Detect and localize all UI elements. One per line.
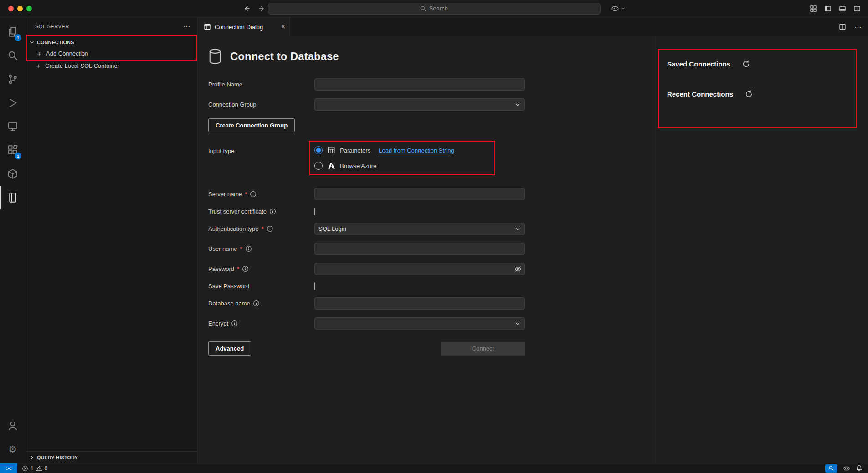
copilot-menu-button[interactable] — [611, 5, 626, 13]
connection-dialog-view: Connect to Database Profile Name Connect… — [197, 36, 868, 463]
refresh-icon[interactable] — [745, 90, 753, 98]
browse-azure-radio[interactable] — [314, 162, 323, 170]
info-icon[interactable] — [231, 320, 238, 327]
add-connection-item[interactable]: + Add Connection — [27, 48, 196, 59]
required-marker: * — [245, 191, 247, 198]
browse-azure-option-label[interactable]: Browse Azure — [340, 163, 376, 169]
query-history-section-header[interactable]: QUERY HISTORY — [26, 451, 197, 463]
chevron-down-icon — [514, 102, 521, 108]
vscode-window: Search 1 — [0, 0, 868, 473]
settings-button[interactable]: ⚙ — [0, 437, 26, 461]
parameters-icon — [327, 146, 335, 154]
connect-button[interactable]: Connect — [441, 342, 525, 356]
run-debug-icon — [7, 97, 18, 108]
titlebar: Search — [0, 0, 868, 17]
search-placeholder: Search — [429, 5, 448, 12]
profile-name-input[interactable] — [314, 78, 525, 91]
toggle-secondary-sidebar-icon[interactable] — [853, 5, 861, 12]
zoom-status-button[interactable] — [825, 464, 837, 473]
plus-icon: + — [35, 62, 41, 70]
info-icon[interactable] — [242, 265, 249, 272]
parameters-option-label[interactable]: Parameters — [340, 147, 370, 154]
recent-connections-title: Recent Connections — [667, 90, 733, 98]
saved-connections-row: Saved Connections — [667, 58, 847, 69]
info-icon[interactable] — [267, 225, 273, 232]
tab-connection-dialog[interactable]: Connection Dialog × — [197, 17, 290, 36]
parameters-radio[interactable] — [314, 146, 323, 154]
status-bar: >< 1 0 — [0, 463, 868, 473]
accounts-button[interactable] — [0, 414, 26, 437]
create-local-sql-container-label: Create Local SQL Container — [45, 62, 119, 69]
create-local-sql-container-item[interactable]: + Create Local SQL Container — [26, 60, 197, 71]
browse-azure-option-row: Browse Azure — [314, 162, 490, 170]
encrypt-select[interactable] — [314, 317, 525, 330]
activity-sql-server-button[interactable] — [0, 186, 26, 209]
password-input[interactable] — [314, 263, 525, 275]
connection-group-select[interactable] — [314, 98, 525, 111]
trust-server-certificate-checkbox[interactable] — [314, 208, 315, 215]
activity-extensions-button[interactable]: 1 — [0, 138, 26, 162]
error-count: 1 — [31, 465, 34, 472]
refresh-icon[interactable] — [742, 60, 750, 68]
toggle-sidebar-icon[interactable] — [824, 5, 832, 12]
create-connection-group-button[interactable]: Create Connection Group — [208, 118, 295, 132]
command-center-search[interactable]: Search — [268, 3, 601, 15]
info-icon[interactable] — [253, 300, 260, 307]
heading-row: Connect to Database — [208, 48, 655, 65]
split-editor-icon[interactable] — [839, 23, 846, 31]
database-icon — [208, 48, 222, 65]
info-icon[interactable] — [269, 208, 276, 215]
warning-count: 0 — [45, 465, 48, 472]
notifications-bell-icon[interactable] — [856, 465, 863, 472]
plus-icon: + — [36, 50, 42, 57]
activity-database-projects-button[interactable] — [0, 162, 26, 186]
extensions-badge: 1 — [15, 153, 21, 159]
remote-explorer-icon — [7, 121, 18, 132]
forward-icon[interactable] — [258, 5, 266, 12]
close-window-button[interactable] — [8, 6, 14, 11]
activity-bar: 1 1 — [0, 17, 26, 463]
user-name-input[interactable] — [314, 243, 525, 255]
save-password-checkbox[interactable] — [314, 282, 315, 290]
chevron-down-icon — [29, 39, 35, 46]
advanced-button[interactable]: Advanced — [208, 341, 251, 356]
more-actions-icon[interactable]: ⋯ — [183, 23, 191, 30]
info-icon[interactable] — [245, 245, 252, 252]
authentication-type-value: SQL Login — [318, 225, 346, 232]
required-marker: * — [240, 245, 242, 252]
account-icon — [7, 420, 18, 431]
window-controls — [8, 6, 32, 11]
database-name-input[interactable] — [314, 297, 525, 310]
activity-source-control-button[interactable] — [0, 67, 26, 91]
activity-search-button[interactable] — [0, 44, 26, 67]
minimize-window-button[interactable] — [17, 6, 23, 11]
customize-layout-icon[interactable] — [810, 5, 817, 12]
activity-run-debug-button[interactable] — [0, 91, 26, 115]
connections-section-header[interactable]: CONNECTIONS — [27, 37, 196, 48]
load-connection-string-link[interactable]: Load from Connection String — [379, 147, 454, 154]
server-name-label: Server name — [208, 191, 242, 198]
maximize-window-button[interactable] — [26, 6, 32, 11]
info-icon[interactable] — [250, 191, 257, 198]
toggle-panel-icon[interactable] — [839, 5, 846, 12]
remote-indicator[interactable]: >< — [0, 463, 17, 473]
page-title: Connect to Database — [230, 50, 339, 63]
chevron-down-icon — [621, 6, 626, 11]
copilot-status-icon[interactable] — [843, 465, 850, 472]
connection-dialog-tab-icon — [204, 23, 211, 31]
sidebar-sql-server: SQL SERVER ⋯ CONNECTIONS + Add Connectio… — [26, 17, 197, 463]
authentication-type-select[interactable]: SQL Login — [314, 223, 525, 235]
recent-connections-row: Recent Connections — [667, 88, 847, 99]
more-actions-icon[interactable]: ⋯ — [854, 23, 862, 31]
titlebar-layout-controls — [810, 5, 861, 12]
sql-server-icon — [7, 192, 18, 203]
activity-remote-explorer-button[interactable] — [0, 115, 26, 138]
database-name-label: Database name — [208, 300, 250, 307]
problems-status[interactable]: 1 0 — [17, 465, 47, 472]
gear-icon: ⚙ — [9, 445, 17, 454]
activity-explorer-button[interactable]: 1 — [0, 20, 26, 44]
server-name-input[interactable] — [314, 188, 525, 200]
back-icon[interactable] — [243, 5, 250, 12]
toggle-password-visibility-icon[interactable] — [514, 265, 522, 273]
close-tab-icon[interactable]: × — [281, 23, 285, 31]
